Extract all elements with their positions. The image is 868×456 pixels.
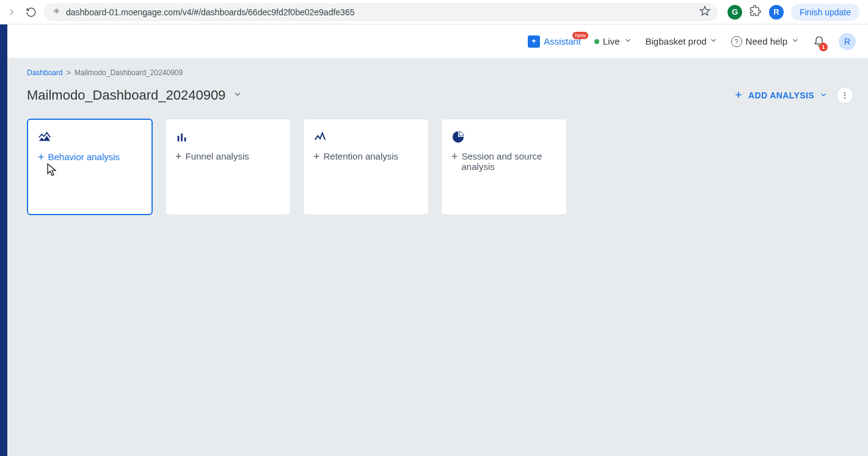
svg-rect-4	[181, 134, 183, 142]
live-label: Live	[603, 36, 620, 46]
plus-icon: +	[175, 151, 182, 162]
url-text: dashboard-01.moengage.com/v4/#/dashboard…	[66, 7, 695, 17]
browser-forward-button[interactable]	[5, 6, 18, 19]
main-content: Dashboard > Mailmodo_Dashboard_20240909 …	[7, 59, 868, 456]
add-analysis-label: ADD ANALYSIS	[748, 90, 814, 100]
browser-bar: dashboard-01.moengage.com/v4/#/dashboard…	[0, 0, 868, 24]
title-actions: ADD ANALYSIS	[734, 87, 853, 104]
plus-icon: +	[38, 152, 45, 163]
browser-profile-avatar[interactable]: R	[769, 5, 784, 20]
card-session-source-analysis[interactable]: + Session and source analysis	[441, 119, 567, 215]
card-label-row: + Session and source analysis	[451, 151, 556, 172]
svg-point-1	[844, 95, 845, 96]
breadcrumb: Dashboard > Mailmodo_Dashboard_20240909	[27, 68, 853, 77]
card-label-row: + Retention analysis	[313, 151, 418, 162]
plus-icon: +	[313, 151, 320, 162]
extension-g-icon[interactable]: G	[728, 5, 742, 20]
plus-icon	[734, 90, 743, 101]
sidebar-expand-handle[interactable]	[0, 53, 6, 75]
svg-point-0	[844, 92, 845, 94]
chevron-down-icon	[709, 36, 718, 46]
card-behavior-analysis[interactable]: + Behavior analysis	[27, 119, 153, 215]
svg-point-2	[844, 97, 845, 98]
session-source-icon	[451, 130, 465, 144]
help-icon: ?	[731, 36, 742, 47]
card-label-row: + Behavior analysis	[38, 152, 142, 163]
help-label: Need help	[746, 36, 787, 46]
breadcrumb-root[interactable]: Dashboard	[27, 68, 63, 77]
finish-update-button[interactable]: Finish update	[791, 4, 859, 21]
card-label-row: + Funnel analysis	[175, 151, 280, 162]
live-dot-icon	[594, 39, 599, 44]
notifications-button[interactable]: 1	[813, 34, 825, 49]
behavior-icon	[38, 131, 51, 144]
card-label: Behavior analysis	[48, 152, 120, 162]
title-dropdown[interactable]	[233, 89, 243, 101]
sidebar-collapsed[interactable]	[0, 24, 7, 456]
title-row: Mailmodo_Dashboard_20240909 ADD ANALYSIS	[27, 87, 853, 104]
svg-rect-3	[178, 136, 180, 141]
title-left: Mailmodo_Dashboard_20240909	[27, 87, 243, 103]
dashboard-title: Mailmodo_Dashboard_20240909	[27, 87, 225, 103]
funnel-icon	[175, 130, 189, 144]
assistant-new-badge: New	[572, 32, 588, 39]
more-options-button[interactable]	[836, 87, 853, 104]
card-label: Retention analysis	[324, 151, 399, 161]
chevron-down-icon	[624, 36, 632, 46]
card-label: Funnel analysis	[186, 151, 249, 161]
chevron-down-icon	[791, 36, 800, 46]
chevron-down-icon	[819, 90, 828, 101]
assistant-icon	[528, 35, 540, 48]
url-bar[interactable]: dashboard-01.moengage.com/v4/#/dashboard…	[44, 3, 718, 21]
card-funnel-analysis[interactable]: + Funnel analysis	[165, 119, 291, 215]
app-header: Assistant New Live Bigbasket prod ? Need…	[7, 24, 868, 59]
workspace-label: Bigbasket prod	[646, 36, 707, 46]
site-settings-icon[interactable]	[51, 6, 61, 18]
browser-actions: G R Finish update	[724, 4, 863, 21]
breadcrumb-separator: >	[67, 68, 71, 77]
svg-rect-5	[184, 138, 186, 141]
need-help-dropdown[interactable]: ? Need help	[731, 36, 800, 47]
analysis-cards: + Behavior analysis + Funnel analysis + …	[27, 119, 853, 215]
extensions-icon[interactable]	[749, 5, 762, 20]
bookmark-star-icon[interactable]	[699, 6, 710, 18]
breadcrumb-current: Mailmodo_Dashboard_20240909	[75, 68, 183, 77]
workspace-dropdown[interactable]: Bigbasket prod	[646, 36, 718, 46]
user-avatar[interactable]: R	[839, 33, 856, 50]
card-retention-analysis[interactable]: + Retention analysis	[303, 119, 429, 215]
add-analysis-button[interactable]: ADD ANALYSIS	[734, 90, 828, 101]
plus-icon: +	[451, 151, 458, 162]
retention-icon	[313, 130, 327, 144]
live-status-dropdown[interactable]: Live	[594, 36, 632, 46]
card-label: Session and source analysis	[462, 151, 556, 172]
notification-count-badge: 1	[819, 43, 828, 51]
assistant-button[interactable]: Assistant New	[528, 35, 581, 48]
browser-reload-button[interactable]	[24, 6, 38, 19]
